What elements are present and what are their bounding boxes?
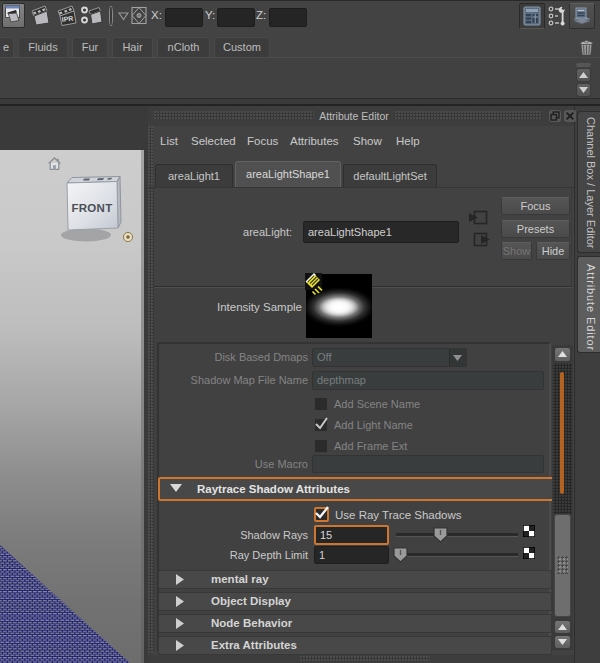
svg-text:IPR: IPR (61, 15, 73, 23)
svg-text:FRONT: FRONT (71, 202, 112, 214)
